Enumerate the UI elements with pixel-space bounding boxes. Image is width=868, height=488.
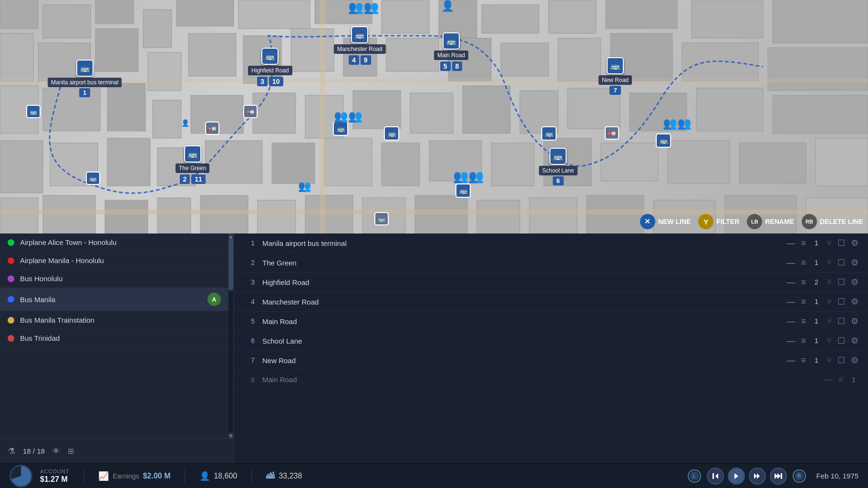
minus-btn-2[interactable]: — xyxy=(786,258,795,268)
panel-main: Airplane Alice Town - Honolulu Airplane … xyxy=(0,234,868,463)
list-icon-1: ≡ xyxy=(801,238,806,248)
line-item-airplane-manila[interactable]: Airplane Manila - Honolulu xyxy=(0,252,228,270)
earnings-icon: 📈 xyxy=(98,471,109,481)
stop-name-4: Manchester Road xyxy=(262,298,779,306)
crowd-icon-5: 👤 xyxy=(441,0,454,12)
earnings-value: $2.00 M xyxy=(143,472,171,480)
box-icon-7: ☐ xyxy=(837,355,845,366)
r-label: R xyxy=(795,471,804,481)
crowd-icon-2: 👥👥 xyxy=(334,110,362,123)
account-section: ACCOUNT $1.27 M xyxy=(10,465,69,488)
stop-6: 🚌 School Lane 6 xyxy=(539,148,578,185)
scroll-down-arrow[interactable]: ▼ xyxy=(228,433,233,438)
scrollbar-thumb xyxy=(228,234,233,291)
svg-marker-77 xyxy=(715,473,718,479)
filter-icon[interactable]: ⚗ xyxy=(8,446,15,457)
list-icon-3: ≡ xyxy=(801,277,806,287)
branch-icon-2: ⑂ xyxy=(827,258,832,267)
line-item-bus-honolulu[interactable]: Bus Honolulu xyxy=(0,270,228,288)
minus-btn-7[interactable]: — xyxy=(786,356,795,366)
scroll-up-arrow[interactable]: ▲ xyxy=(228,234,233,239)
truck-vehicle-3: 🚛 xyxy=(605,126,619,140)
list-scrollbar[interactable]: ▲ ▼ xyxy=(228,234,233,438)
rename-button[interactable]: LB RENAME xyxy=(747,214,794,229)
minus-btn-1[interactable]: — xyxy=(786,238,795,248)
rewind-button[interactable] xyxy=(707,468,724,485)
line-dot-yellow xyxy=(8,317,14,324)
action-bar: ✕ NEW LINE Y FILTER LB RENAME RB DELETE … xyxy=(640,210,868,234)
earnings-label: Earnings xyxy=(113,472,139,480)
gear-icon-7[interactable]: ⚙ xyxy=(851,355,858,366)
filter-button[interactable]: Y FILTER xyxy=(698,214,739,229)
crowd-icon-4: 👥👥 xyxy=(453,169,484,184)
box-icon-4: ☐ xyxy=(837,296,845,307)
stop-row-6: 6 School Lane — ≡ 1 ⑂ ☐ ⚙ xyxy=(234,331,868,351)
branch-icon-7: ⑂ xyxy=(827,356,832,365)
building-icon: 🏙 xyxy=(266,471,275,481)
stop-controls-1: — ≡ 1 ⑂ ☐ ⚙ xyxy=(786,238,858,248)
stop-controls-4: — ≡ 1 ⑂ ☐ ⚙ xyxy=(786,296,858,307)
line-item-bus-manila[interactable]: Bus Manila A xyxy=(0,288,228,311)
stop-list: 1 Manila airport bus terminal — ≡ 1 ⑂ ☐ … xyxy=(234,234,868,463)
line-name-airplane-manila: Airplane Manila - Honolulu xyxy=(20,256,221,264)
stop-3: 🚌 Highfield Road 310 xyxy=(248,48,292,86)
minus-btn-8[interactable]: — xyxy=(824,375,832,385)
bus-icon-5: 🚌 xyxy=(443,32,460,50)
stop-5: 🚌 Main Road 58 xyxy=(434,32,468,71)
stop-1: 🚌 Manila airport bus terminal 1 xyxy=(48,60,122,97)
divider-2 xyxy=(185,469,185,483)
svg-marker-81 xyxy=(757,473,760,479)
stop-controls-7: — ≡ 1 ⑂ ☐ ⚙ xyxy=(786,355,858,366)
count-2: 1 xyxy=(812,259,821,266)
count-5: 1 xyxy=(812,317,821,325)
play-button[interactable] xyxy=(728,468,745,485)
rb-button[interactable]: RB xyxy=(802,214,817,229)
line-list: Airplane Alice Town - Honolulu Airplane … xyxy=(0,234,234,463)
branch-icon-3: ⑂ xyxy=(827,278,832,286)
y-button[interactable]: Y xyxy=(698,214,713,229)
new-line-button[interactable]: ✕ NEW LINE xyxy=(640,214,691,229)
bus-vehicle-3: 🚌 xyxy=(333,122,348,136)
stop-name-7: New Road xyxy=(262,356,779,365)
line-item-bus-trinidad[interactable]: Bus Trinidad xyxy=(0,329,228,347)
skip-forward-button[interactable] xyxy=(770,468,787,485)
lb-button[interactable]: LB xyxy=(747,214,762,229)
divider-3 xyxy=(251,469,252,483)
box-icon-1: ☐ xyxy=(837,238,845,248)
stop-7: 🚌 New Road 7 xyxy=(599,57,632,95)
stop-row-3: 3 Highfield Road — ≡ 2 ⑂ ☐ ⚙ xyxy=(234,273,868,292)
grid-icon[interactable]: ⊞ xyxy=(68,447,74,456)
branch-icon-4: ⑂ xyxy=(827,297,832,306)
fast-forward-button[interactable] xyxy=(749,468,766,485)
minus-btn-5[interactable]: — xyxy=(786,316,795,326)
line-item-airplane-alice[interactable]: Airplane Alice Town - Honolulu xyxy=(0,234,228,252)
count-6: 1 xyxy=(812,337,821,345)
manchester-label: Manchester Road xyxy=(334,44,386,54)
stop-name-8: Main Road xyxy=(262,376,816,384)
count-7: 1 xyxy=(812,356,821,364)
gear-icon-5[interactable]: ⚙ xyxy=(851,316,858,326)
gear-icon-6[interactable]: ⚙ xyxy=(851,336,858,346)
gear-icon-2[interactable]: ⚙ xyxy=(851,257,858,268)
divider-1 xyxy=(83,469,84,483)
minus-btn-6[interactable]: — xyxy=(786,336,795,346)
stop-name-2: The Green xyxy=(262,259,779,267)
stop-row-5: 5 Main Road — ≡ 1 ⑂ ☐ ⚙ xyxy=(234,312,868,331)
svg-rect-84 xyxy=(781,473,782,479)
count-8: 1 xyxy=(849,376,858,384)
list-icon-8: ≡ xyxy=(838,375,843,385)
line-name-bus-trinidad: Bus Trinidad xyxy=(20,334,221,342)
gear-icon-1[interactable]: ⚙ xyxy=(851,238,858,248)
line-dot-purple xyxy=(8,275,14,282)
mainroad-label: Main Road xyxy=(434,51,468,60)
eye-icon[interactable]: 👁 xyxy=(52,447,60,456)
minus-btn-4[interactable]: — xyxy=(786,297,795,307)
person-icon-1: 👤 xyxy=(181,119,189,127)
delete-line-button[interactable]: RB DELETE LINE xyxy=(802,214,863,229)
minus-btn-3[interactable]: — xyxy=(786,277,795,287)
gear-icon-3[interactable]: ⚙ xyxy=(851,277,858,287)
line-item-bus-trainstation[interactable]: Bus Manila Trainstation xyxy=(0,311,228,329)
stop-num-6: 6 xyxy=(243,337,255,345)
x-button[interactable]: ✕ xyxy=(640,214,655,229)
gear-icon-4[interactable]: ⚙ xyxy=(851,296,858,307)
